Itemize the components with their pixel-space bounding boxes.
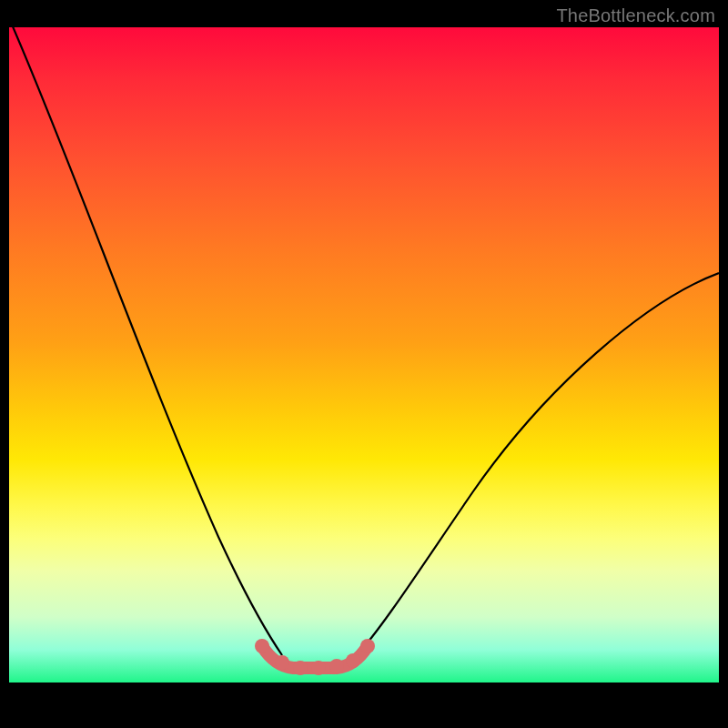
valley-dot <box>311 661 326 675</box>
watermark-text: TheBottleneck.com <box>556 5 715 26</box>
valley-dot <box>255 639 269 653</box>
right-curve <box>357 273 719 655</box>
valley-dot <box>329 659 344 673</box>
valley-dot <box>275 655 289 670</box>
valley-dot <box>360 639 375 653</box>
valley-dot <box>346 653 360 668</box>
valley-dot <box>293 661 308 675</box>
bottleneck-curve-chart <box>9 27 719 682</box>
left-curve <box>9 27 282 655</box>
